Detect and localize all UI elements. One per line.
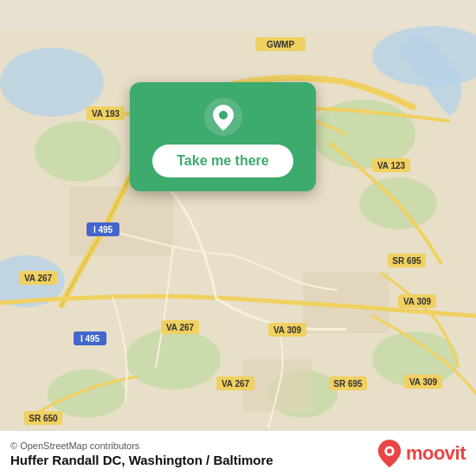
svg-text:VA 309: VA 309 xyxy=(273,325,302,335)
svg-text:VA 309: VA 309 xyxy=(403,297,432,306)
moovit-brand-text: moovit xyxy=(406,442,466,465)
bottom-left-info: © OpenStreetMap contributors Huffer Rand… xyxy=(10,441,273,467)
svg-point-4 xyxy=(35,121,121,182)
svg-point-47 xyxy=(387,448,392,453)
copyright-text: © OpenStreetMap contributors xyxy=(10,441,273,451)
svg-text:GWMP: GWMP xyxy=(267,40,295,49)
location-card: Take me there xyxy=(130,82,316,191)
location-name: Huffer Randall DC, Washington / Baltimor… xyxy=(10,453,273,467)
moovit-logo: moovit xyxy=(377,440,466,467)
svg-text:VA 267: VA 267 xyxy=(222,379,250,389)
svg-point-10 xyxy=(48,370,125,418)
take-me-there-button[interactable]: Take me there xyxy=(152,145,293,177)
map-background: GWMP VA 193 SR 193 I 495 I 495 VA 267 VA… xyxy=(0,0,476,476)
svg-text:VA 193: VA 193 xyxy=(92,109,120,119)
svg-text:SR 695: SR 695 xyxy=(333,379,363,389)
svg-text:VA 123: VA 123 xyxy=(377,161,406,170)
moovit-pin-icon xyxy=(377,440,402,467)
svg-text:I 495: I 495 xyxy=(80,334,100,344)
map-container: GWMP VA 193 SR 193 I 495 I 495 VA 267 VA… xyxy=(0,0,476,476)
svg-text:VA 309: VA 309 xyxy=(409,377,438,387)
svg-point-7 xyxy=(125,329,221,389)
svg-point-1 xyxy=(0,48,104,117)
svg-text:SR 695: SR 695 xyxy=(392,256,421,266)
svg-point-45 xyxy=(219,111,228,119)
bottom-bar: © OpenStreetMap contributors Huffer Rand… xyxy=(0,430,476,476)
svg-text:I 495: I 495 xyxy=(93,225,113,235)
svg-text:VA 267: VA 267 xyxy=(166,323,195,332)
location-pin-icon xyxy=(204,98,242,136)
svg-text:VA 267: VA 267 xyxy=(24,273,53,283)
svg-text:SR 650: SR 650 xyxy=(29,414,58,423)
